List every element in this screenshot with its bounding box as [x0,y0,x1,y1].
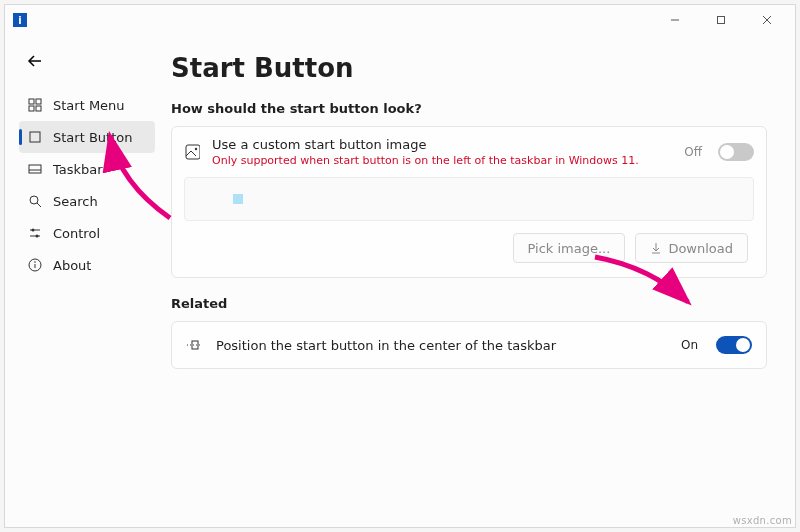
custom-image-title: Use a custom start button image [212,137,672,152]
close-button[interactable] [747,6,787,34]
image-icon [184,144,200,160]
taskbar-icon [27,161,43,177]
maximize-button[interactable] [701,6,741,34]
svg-rect-10 [29,165,41,173]
center-start-text: Position the start button in the center … [216,338,667,353]
close-icon [762,15,772,25]
nav-label: Search [53,194,98,209]
pick-image-button[interactable]: Pick image... [513,233,626,263]
image-preview[interactable] [184,177,754,221]
nav-item-start-menu[interactable]: Start Menu [19,89,155,121]
grid-icon [27,97,43,113]
content-area: Start Menu Start Button Taskbar Search [5,35,795,527]
svg-rect-21 [186,145,200,159]
nav-label: Taskbar [53,162,103,177]
minimize-button[interactable] [655,6,695,34]
maximize-icon [716,15,726,25]
app-icon: i [13,13,27,27]
app-window: i Start Menu [4,4,796,528]
nav-item-about[interactable]: About [19,249,155,281]
center-start-toggle[interactable] [716,336,752,354]
page-title: Start Button [171,53,767,83]
svg-rect-8 [36,106,41,111]
svg-rect-26 [192,341,198,349]
nav-label: Control [53,226,100,241]
download-icon [650,242,662,254]
svg-point-17 [36,235,39,238]
sliders-icon [27,225,43,241]
nav-item-taskbar[interactable]: Taskbar [19,153,155,185]
center-position-icon [186,337,202,353]
svg-rect-1 [718,17,725,24]
custom-image-card: Use a custom start button image Only sup… [171,126,767,278]
download-button[interactable]: Download [635,233,748,263]
nav-label: About [53,258,91,273]
center-start-card: Position the start button in the center … [171,321,767,369]
back-button[interactable] [21,47,49,75]
nav-item-search[interactable]: Search [19,185,155,217]
watermark: wsxdn.com [733,515,792,526]
app-icon-letter: i [18,15,21,26]
info-icon [27,257,43,273]
svg-point-20 [34,261,36,263]
titlebar: i [5,5,795,35]
search-icon [27,193,43,209]
nav-rail: Start Menu Start Button Taskbar Search [5,35,161,527]
svg-rect-9 [30,132,40,142]
nav-label: Start Button [53,130,132,145]
nav-item-start-button[interactable]: Start Button [19,121,155,153]
related-label: Related [171,296,767,311]
back-arrow-icon [26,52,44,70]
section-label: How should the start button look? [171,101,767,116]
svg-line-13 [37,203,41,207]
custom-image-supporting: Only supported when start button is on t… [212,154,672,167]
pick-image-label: Pick image... [528,241,611,256]
svg-point-22 [195,148,197,150]
square-icon [27,129,43,145]
main-content: Start Button How should the start button… [161,35,795,527]
nav-label: Start Menu [53,98,125,113]
nav-item-control[interactable]: Control [19,217,155,249]
custom-image-toggle-label: Off [684,145,702,159]
svg-rect-6 [36,99,41,104]
minimize-icon [670,15,680,25]
svg-rect-5 [29,99,34,104]
svg-point-16 [32,229,35,232]
center-start-toggle-label: On [681,338,698,352]
custom-image-toggle[interactable] [718,143,754,161]
custom-image-text: Use a custom start button image Only sup… [212,137,672,167]
preview-swatch [233,194,243,204]
download-label: Download [668,241,733,256]
svg-point-12 [30,196,38,204]
svg-rect-7 [29,106,34,111]
button-row: Pick image... Download [184,221,754,263]
